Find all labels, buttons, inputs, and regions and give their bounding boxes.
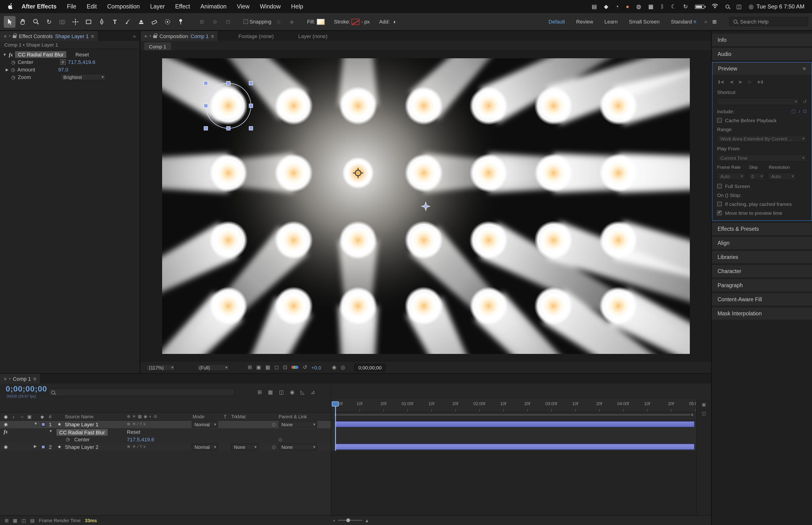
comp-canvas[interactable] — [162, 58, 690, 354]
menu-edit[interactable]: Edit — [87, 3, 97, 10]
selection-handle[interactable] — [204, 126, 208, 130]
fx-badge-icon[interactable]: fx — [4, 429, 8, 434]
tab-footage[interactable]: Footage (none) — [235, 31, 277, 41]
selection-handle[interactable] — [226, 126, 230, 130]
resolution-dropdown[interactable]: (Full) — [196, 364, 229, 371]
pen-tool[interactable] — [96, 16, 108, 28]
stroke-width-value[interactable]: - px — [361, 19, 370, 25]
stopwatch-icon[interactable]: ◷ — [11, 75, 15, 80]
last-frame-icon[interactable]: ▶▮ — [758, 79, 763, 84]
zoom-slider-track[interactable] — [338, 520, 362, 521]
move-time-checkbox[interactable] — [717, 210, 722, 215]
panel-header-effects-presets[interactable]: Effects & Presets — [712, 223, 812, 235]
toggle-switches-icon[interactable]: ▦ — [13, 518, 17, 523]
workspace-default[interactable]: Default — [549, 19, 565, 25]
pan-behind-tool[interactable] — [70, 16, 81, 28]
next-frame-icon[interactable]: ▷ — [748, 79, 752, 84]
workspace-small-screen[interactable]: Small Screen — [629, 19, 660, 25]
menu-layer[interactable]: Layer — [150, 3, 165, 10]
layer-switches[interactable]: ⊕✳∕fx — [127, 444, 147, 449]
twirl-right-icon[interactable]: ▶ — [6, 68, 9, 72]
workspace-review[interactable]: Review — [576, 19, 593, 25]
selection-handle[interactable] — [204, 104, 208, 107]
panel-header-align[interactable]: Align — [712, 237, 812, 249]
axis-mode-view-icon[interactable]: ⊡ — [222, 16, 234, 28]
keyboard-input-icon[interactable]: ▦ — [648, 3, 654, 10]
stroke-swatch[interactable] — [352, 18, 360, 25]
parent-pickwhip-icon[interactable]: ⊙ — [272, 422, 276, 428]
effect-reset-link[interactable]: Reset — [75, 52, 89, 57]
panel-header-character[interactable]: Character — [712, 265, 812, 277]
selection-handle[interactable] — [204, 81, 208, 85]
zoom-slider-knob[interactable] — [346, 519, 350, 522]
blend-mode-dropdown[interactable]: Normal — [192, 444, 218, 450]
layer-name[interactable]: Shape Layer 1 — [65, 422, 98, 427]
twirl-down-icon[interactable]: ▼ — [3, 52, 6, 57]
zoom-tool[interactable] — [30, 16, 42, 28]
eraser-tool[interactable] — [149, 16, 160, 28]
layer-name[interactable]: Shape Layer 2 — [65, 444, 98, 450]
wifi-icon[interactable] — [711, 3, 719, 10]
workspace-overflow-icon[interactable]: » — [704, 19, 707, 25]
preview-panel-header[interactable]: Preview ≡ — [713, 62, 812, 75]
workspace-menu-icon[interactable]: ≡ — [693, 19, 696, 25]
layer-bar-2[interactable] — [335, 444, 694, 450]
work-area-range[interactable] — [334, 413, 693, 417]
layer-visibility-eye-icon[interactable]: ◉ — [4, 444, 8, 449]
work-area-end-handle[interactable] — [691, 413, 693, 417]
effect-row[interactable]: fx ▼ CC Radial Fast Blur Reset — [0, 428, 331, 436]
camera-tool[interactable] — [56, 16, 68, 28]
effect-name[interactable]: CC Radial Fast Blur — [56, 429, 108, 436]
zoom-out-mountain-icon[interactable]: ▲ — [333, 519, 336, 522]
graph-editor-icon[interactable]: ⊿ — [311, 389, 315, 395]
mode-column-header[interactable]: Mode — [193, 414, 204, 419]
source-name-column-header[interactable]: Source Name — [65, 414, 93, 419]
timeline-divider[interactable] — [331, 384, 331, 515]
spotlight-icon[interactable] — [725, 5, 729, 9]
brush-tool[interactable] — [122, 16, 134, 28]
shape-tool[interactable] — [83, 16, 94, 28]
snapshot-icon[interactable]: ◉ — [332, 364, 336, 370]
panel-header-mask-interpolation[interactable]: Mask Interpolation — [712, 308, 812, 320]
dropbox-icon[interactable]: ◆ — [604, 3, 608, 10]
siri-icon[interactable]: ◎ — [749, 3, 753, 10]
timeline-zoom-control[interactable]: ▲ ▲ — [333, 518, 369, 523]
search-help-box[interactable]: Search Help — [729, 17, 808, 26]
stopwatch-icon[interactable]: ◷ — [11, 59, 15, 65]
axis-mode-local-icon[interactable]: ⊞ — [196, 16, 208, 28]
motion-blur-icon[interactable]: ◺ — [301, 389, 305, 395]
workspace-bar-icon[interactable]: ⊞ — [709, 16, 720, 28]
panel-overflow-icon[interactable]: » — [133, 33, 136, 39]
close-icon[interactable]: × — [144, 33, 147, 39]
roto-brush-tool[interactable] — [162, 16, 173, 28]
menu-help[interactable]: Help — [291, 3, 303, 10]
show-snapshot-icon[interactable]: ◎ — [341, 364, 345, 370]
axis-mode-world-icon[interactable]: ⊘ — [209, 16, 221, 28]
lock-icon[interactable] — [153, 35, 157, 38]
parent-pickwhip-icon[interactable]: ⊙ — [272, 444, 276, 450]
screen-mirroring-icon[interactable]: ▤ — [592, 3, 597, 10]
include-audio-icon[interactable]: ♪ — [798, 108, 800, 114]
shortcut-dropdown[interactable] — [717, 98, 799, 105]
menu-file[interactable]: File — [67, 3, 76, 10]
panel-menu-icon[interactable]: ≡ — [211, 33, 214, 39]
selection-handle[interactable] — [249, 104, 252, 107]
menu-view[interactable]: View — [237, 3, 249, 10]
range-dropdown[interactable]: Work Area Extended By Current ... — [717, 135, 807, 142]
mask-visibility-icon[interactable]: ◻ — [274, 364, 279, 370]
selection-handle[interactable] — [249, 126, 252, 130]
stopwatch-icon[interactable]: ◷ — [11, 67, 15, 72]
battery-icon[interactable] — [695, 4, 704, 9]
comp-button-icon[interactable]: ◫ — [697, 411, 711, 416]
work-area-bar[interactable] — [331, 412, 696, 421]
menubar-clock[interactable]: Tue Sep 6 7:50 AM — [756, 3, 805, 10]
selection-tool[interactable] — [4, 16, 16, 28]
menu-effect[interactable]: Effect — [175, 3, 190, 10]
snap-edges-icon[interactable]: ◈ — [286, 16, 298, 28]
panel-header-content-aware-fill[interactable]: Content-Aware Fill — [712, 293, 812, 305]
layer-color-chip[interactable] — [41, 445, 45, 449]
expand-layers-icon[interactable]: ⊞ — [5, 518, 9, 523]
param-value[interactable]: 97.0 — [58, 67, 68, 72]
control-center-icon[interactable]: ◫ — [736, 3, 742, 10]
effect-reset-link[interactable]: Reset — [127, 429, 140, 435]
